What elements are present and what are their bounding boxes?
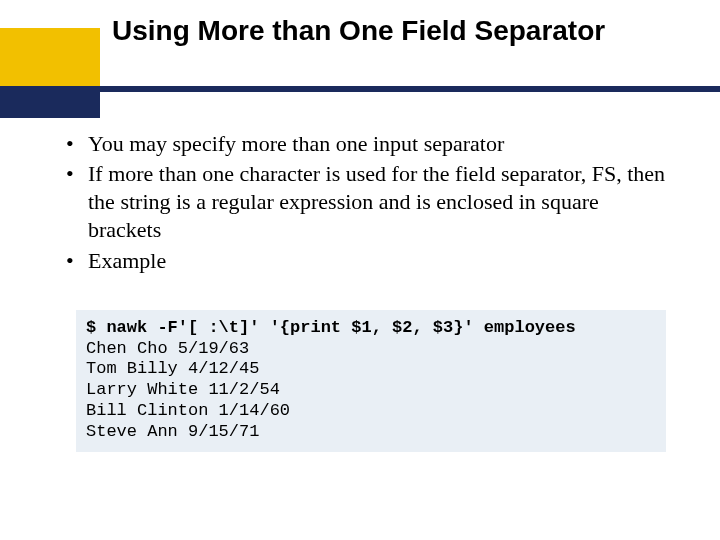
bullet-list: You may specify more than one input sepa… xyxy=(60,130,670,275)
code-output-line: Tom Billy 4/12/45 xyxy=(86,359,259,378)
slide: Using More than One Field Separator You … xyxy=(0,0,720,540)
code-output-line: Chen Cho 5/19/63 xyxy=(86,339,249,358)
code-output-line: Larry White 11/2/54 xyxy=(86,380,280,399)
bullet-item: You may specify more than one input sepa… xyxy=(60,130,670,158)
header-accent-navy xyxy=(0,92,100,118)
code-example: $ nawk -F'[ :\t]' '{print $1, $2, $3}' e… xyxy=(76,310,666,452)
code-output-line: Steve Ann 9/15/71 xyxy=(86,422,259,441)
header-rule-navy xyxy=(0,86,720,92)
slide-body: You may specify more than one input sepa… xyxy=(60,130,670,277)
slide-title: Using More than One Field Separator xyxy=(112,14,672,48)
code-output-line: Bill Clinton 1/14/60 xyxy=(86,401,290,420)
bullet-item: If more than one character is used for t… xyxy=(60,160,670,244)
header-accent-yellow xyxy=(0,28,100,86)
code-command: $ nawk -F'[ :\t]' '{print $1, $2, $3}' e… xyxy=(86,318,576,337)
bullet-item: Example xyxy=(60,247,670,275)
